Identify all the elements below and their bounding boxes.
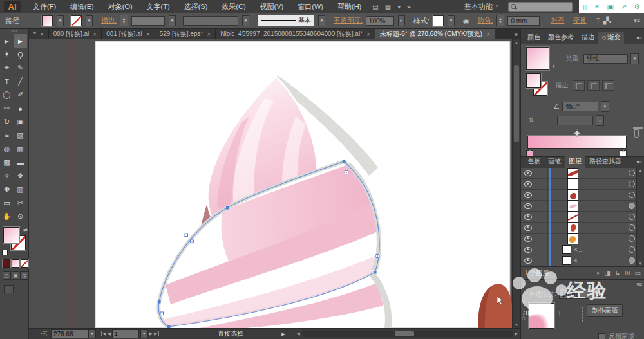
share-icon[interactable]: ↗ <box>621 3 627 10</box>
visibility-cell[interactable] <box>521 255 535 266</box>
fullscreen-icon[interactable]: ✕ <box>594 3 600 10</box>
tab-图层[interactable]: 图层 <box>565 156 585 168</box>
fill-dropdown[interactable]: ▾ <box>57 15 64 26</box>
visibility-cell[interactable] <box>521 179 535 189</box>
layer-row[interactable] <box>521 223 644 234</box>
select-similar-icon[interactable]: ▞▾ <box>603 17 611 25</box>
tab-overflow-icon[interactable]: » <box>512 29 520 39</box>
layer-row[interactable] <box>521 179 644 190</box>
workspace-switcher[interactable]: 基本功能 ▾ <box>460 1 502 13</box>
eye-icon[interactable] <box>524 203 532 209</box>
lock-cell[interactable] <box>535 179 548 189</box>
aspect-ratio-field[interactable] <box>557 116 593 125</box>
scroll-right-icon[interactable]: ▶ <box>513 331 520 336</box>
aspect-ratio-dropdown[interactable]: ▾ <box>596 115 604 126</box>
gradient-slider-bar[interactable] <box>527 136 627 149</box>
doc-tab[interactable]: 081 [转换].ai× <box>102 29 155 39</box>
device-icon[interactable]: ▯ <box>583 3 587 10</box>
line-segment-tool[interactable]: ╱ <box>14 75 27 88</box>
width-tool[interactable]: ≈ <box>0 129 14 142</box>
artboard-tool[interactable]: ▭ <box>0 196 14 210</box>
visibility-cell[interactable] <box>521 168 535 178</box>
fill-swatch-gradient[interactable] <box>3 227 19 243</box>
new-layer-icon[interactable]: ⊞ <box>625 270 630 277</box>
lock-cell[interactable] <box>535 223 548 233</box>
add-anchor-point-tool[interactable]: ✎ <box>14 61 27 75</box>
target-icon[interactable] <box>629 192 635 198</box>
screen-mode-button[interactable] <box>4 285 14 293</box>
color-button[interactable] <box>3 259 10 268</box>
transform-link[interactable]: 变换 <box>573 16 586 25</box>
type-tool[interactable]: T <box>0 75 14 88</box>
status-proxy-icon[interactable]: ▶ <box>281 331 285 337</box>
none-button[interactable] <box>21 259 28 268</box>
eye-icon[interactable] <box>524 170 532 176</box>
gradient-swatch-dropdown[interactable]: ▾ <box>553 64 555 69</box>
stroke-weight-stepper[interactable]: ▲▼ <box>120 15 128 26</box>
draw-inside-button[interactable]: ◲ <box>20 271 28 280</box>
tab-颜色参考[interactable]: 颜色参考 <box>544 32 578 44</box>
doc-tab[interactable]: 未标题-6* @ 278.68% (CMYK/预览)× <box>375 29 495 39</box>
lock-cell[interactable] <box>535 168 548 178</box>
opacity-dropdown[interactable]: ▸ <box>398 15 405 26</box>
tab-路径查找器[interactable]: 路径查找器 <box>585 156 625 168</box>
layer-thumbnail[interactable] <box>567 190 578 201</box>
layer-row[interactable]: <... <box>521 244 644 255</box>
menu-item[interactable]: 编辑(E) <box>63 2 101 12</box>
target-icon[interactable] <box>629 224 635 231</box>
close-icon[interactable]: × <box>486 31 490 38</box>
slice-tool[interactable]: ✂ <box>14 196 27 210</box>
free-transform-tool[interactable]: ▨ <box>14 129 27 142</box>
target-icon[interactable] <box>629 170 635 176</box>
gradient-type-value[interactable]: 线性 <box>583 54 628 64</box>
brush-dropdown[interactable]: ▾ <box>318 15 325 26</box>
rotate-tool[interactable]: ↻ <box>0 115 14 129</box>
vertical-scroll-thumb[interactable] <box>514 65 519 142</box>
mask-slot[interactable] <box>565 307 583 322</box>
menu-item[interactable]: 文件(F) <box>26 2 63 12</box>
layer-thumbnail[interactable] <box>562 256 571 265</box>
brush-definition[interactable]: 基本 <box>258 15 314 26</box>
panel-menu-icon[interactable]: ▾≡ <box>636 35 641 41</box>
panel-menu-icon[interactable]: ▾≡ <box>636 281 641 288</box>
visibility-cell[interactable] <box>521 212 535 222</box>
selection-tool[interactable]: ► <box>0 34 14 48</box>
visibility-cell[interactable] <box>521 244 535 255</box>
doc-tab[interactable]: 529 [转换].eps*× <box>155 29 216 39</box>
isolate-selected-icon[interactable]: ⌶ <box>596 17 600 25</box>
horizontal-scroll-thumb[interactable] <box>395 331 414 336</box>
reverse-gradient-icon[interactable]: ⇅ <box>526 116 536 125</box>
layer-thumbnail[interactable] <box>567 223 578 234</box>
blend-tool[interactable]: ❖ <box>14 169 27 183</box>
width-profile-dropdown[interactable]: ▾ <box>242 15 249 26</box>
gradient-button[interactable] <box>12 259 19 268</box>
layer-thumbnail[interactable] <box>562 245 571 254</box>
layers-scrollbar[interactable]: ▲ ▼ <box>636 168 644 266</box>
menu-item[interactable]: 选择(S) <box>177 2 215 12</box>
vertical-scrollbar[interactable]: ▲ ▼ <box>512 39 520 328</box>
style-dropdown[interactable]: ▾ <box>448 15 455 26</box>
eye-icon[interactable] <box>524 225 532 231</box>
prev-artboard-icon[interactable]: ◀ <box>107 331 110 336</box>
layer-row[interactable] <box>521 234 644 244</box>
lock-cell[interactable] <box>535 190 548 200</box>
menu-item[interactable]: 窗口(W) <box>290 2 330 12</box>
opacity-link[interactable]: 不透明度: <box>334 16 363 25</box>
target-icon[interactable] <box>629 214 635 220</box>
eye-icon[interactable] <box>524 236 532 242</box>
panel-grip[interactable]: •••• <box>0 29 28 34</box>
first-artboard-icon[interactable]: ◀ <box>101 331 106 336</box>
menu-item[interactable]: 文字(T) <box>140 2 177 12</box>
clipping-mask-icon[interactable]: ◨ <box>604 270 610 277</box>
stroke-color-swatch[interactable] <box>71 15 82 26</box>
arrange-documents-icon[interactable]: ▦ <box>385 3 391 10</box>
hand-tool[interactable]: ✋ <box>0 210 14 223</box>
default-fill-stroke-icon[interactable] <box>2 250 8 255</box>
scroll-left-icon[interactable]: ◀ <box>294 331 302 336</box>
lock-cell[interactable] <box>535 234 548 244</box>
corner-field[interactable]: 0 mm <box>507 16 540 26</box>
ellipse-tool[interactable]: ◯ <box>0 88 14 102</box>
gradient-tool[interactable]: ▬ <box>14 156 27 169</box>
close-icon[interactable]: × <box>93 31 97 38</box>
artboard-canvas[interactable] <box>29 39 512 328</box>
